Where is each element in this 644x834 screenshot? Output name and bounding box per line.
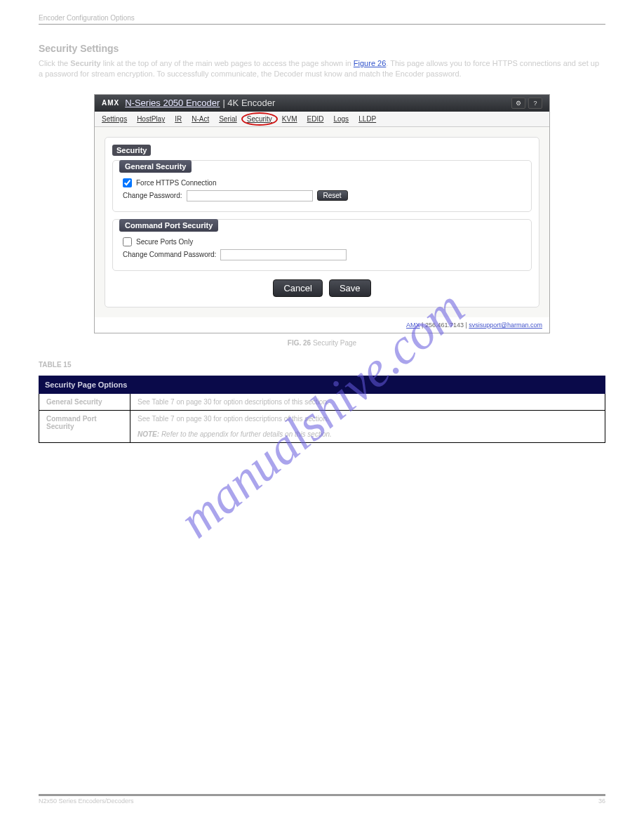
figure-title: Security Page [313, 339, 356, 347]
device-subtitle: | 4K Encoder [222, 98, 275, 108]
general-security-group: General Security Force HTTPS Connection … [112, 160, 532, 212]
footer-amx-link[interactable]: AMX [406, 322, 420, 329]
intro-link-bold: Security [70, 59, 100, 67]
device-title-link[interactable]: N-Series 2050 Encoder [125, 98, 220, 108]
change-password-label: Change Password: [123, 192, 182, 199]
note-text: Refer to the appendix for further detail… [159, 430, 332, 438]
reset-button[interactable]: Reset [317, 190, 348, 201]
footer-email-link[interactable]: svsisupport@harman.com [469, 322, 542, 329]
tab-edid[interactable]: EDID [307, 115, 324, 123]
row1-name: General Security [39, 393, 130, 410]
cancel-button[interactable]: Cancel [273, 279, 322, 297]
table-label: TABLE 15 [39, 361, 605, 369]
panel-label: Security [112, 145, 151, 156]
topbar: AMX N-Series 2050 Encoder | 4K Encoder ⚙… [95, 95, 549, 112]
figure-number: FIG. 26 [288, 339, 313, 347]
options-table: Security Page Options General Security S… [39, 376, 605, 443]
tab-logs[interactable]: Logs [333, 115, 349, 123]
intro-middle: link at the top of any of the main web p… [101, 59, 354, 67]
change-password-input[interactable] [187, 190, 313, 201]
tab-bar: Settings HostPlay IR N-Act Serial Securi… [95, 112, 549, 127]
table-header: Security Page Options [39, 376, 605, 393]
note-label: NOTE: [137, 430, 159, 438]
command-port-group: Command Port Security Secure Ports Only … [112, 219, 532, 271]
tab-nact[interactable]: N-Act [192, 115, 209, 123]
tab-hostplay[interactable]: HostPlay [137, 115, 165, 123]
command-password-label: Change Command Password: [123, 251, 216, 258]
footer-right: 36 [598, 797, 605, 805]
figure-caption: FIG. 26 Security Page [39, 339, 605, 347]
help-icon[interactable]: ? [528, 98, 542, 109]
footer-left: N2x50 Series Encoders/Decoders [39, 797, 134, 805]
tab-settings[interactable]: Settings [102, 115, 127, 123]
tab-kvm[interactable]: KVM [282, 115, 297, 123]
tab-ir[interactable]: IR [175, 115, 182, 123]
save-button[interactable]: Save [329, 279, 371, 297]
row2-name: Command Port Security [39, 410, 130, 442]
command-password-input[interactable] [220, 249, 347, 260]
force-https-checkbox[interactable] [123, 178, 132, 187]
brand-logo: AMX [102, 99, 119, 107]
settings-icon[interactable]: ⚙ [511, 98, 525, 109]
force-https-label: Force HTTPS Connection [136, 179, 217, 187]
intro-prefix: Click the [39, 59, 70, 67]
row2-desc: See Table 7 on page 30 for option descri… [130, 410, 605, 442]
row1-desc: See Table 7 on page 30 for option descri… [130, 393, 605, 410]
general-security-title: General Security [119, 160, 192, 173]
command-port-title: Command Port Security [119, 219, 218, 232]
screenshot-figure: AMX N-Series 2050 Encoder | 4K Encoder ⚙… [94, 94, 550, 333]
tab-lldp[interactable]: LLDP [358, 115, 376, 123]
figure-ref-link[interactable]: Figure 26 [354, 59, 386, 67]
table-number: TABLE 15 [39, 361, 72, 369]
secure-ports-label: Secure Ports Only [136, 238, 193, 246]
secure-ports-checkbox[interactable] [123, 237, 132, 246]
intro-para: Click the Security link at the top of an… [39, 58, 605, 80]
screenshot-footer: AMX | 256.461.7143 | svsisupport@harman.… [95, 317, 549, 333]
header-left: Encoder Configuration Options [39, 14, 135, 22]
section-title: Security Settings [39, 43, 605, 54]
footer-phone: | 256.461.7143 | [420, 322, 469, 329]
tab-serial[interactable]: Serial [219, 115, 237, 123]
row2-desc-text: See Table 7 on page 30 for option descri… [137, 415, 329, 423]
tab-security[interactable]: Security [247, 115, 272, 123]
